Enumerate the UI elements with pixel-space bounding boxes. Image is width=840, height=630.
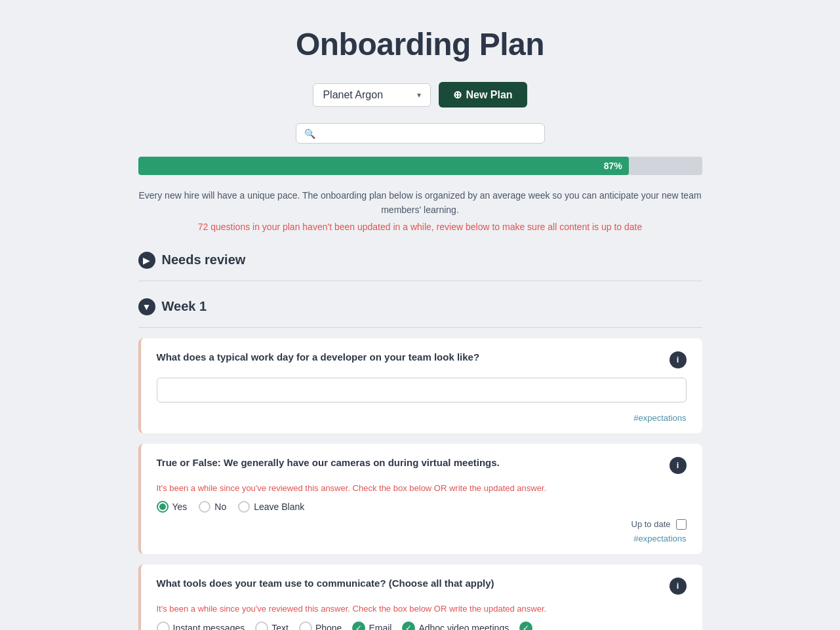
progress-bar-container: 87%: [138, 157, 702, 175]
checkbox-circle-instant-messages: [157, 621, 170, 630]
question-text-1: What does a typical work day for a devel…: [157, 351, 670, 363]
checkbox-label-text: Text: [271, 623, 289, 630]
tag-row-2: #expectations: [157, 534, 687, 543]
org-label: Planet Argon: [323, 89, 383, 101]
up-to-date-checkbox-2[interactable]: [676, 519, 687, 530]
checkbox-text[interactable]: Text: [255, 621, 289, 630]
search-container: 🔍: [296, 123, 545, 144]
new-plan-button[interactable]: ⊕ New Plan: [439, 82, 527, 108]
checkbox-circle-phone: [299, 621, 312, 630]
checkbox-email[interactable]: ✓ Email: [352, 621, 391, 630]
new-plan-label: New Plan: [466, 89, 512, 101]
plus-icon: ⊕: [453, 89, 462, 101]
radio-label-yes: Yes: [172, 502, 188, 512]
org-dropdown[interactable]: Planet Argon ▾: [313, 83, 431, 107]
checkbox-phone[interactable]: Phone: [299, 621, 342, 630]
tag-2: #expectations: [633, 534, 686, 543]
checkbox-label-instant-messages: Instant messages: [173, 623, 245, 630]
question-header-2: True or False: We generally have our cam…: [157, 457, 687, 474]
question-card-3: What tools does your team use to communi…: [138, 564, 702, 630]
section-divider-1: [138, 281, 702, 281]
checkbox-label-email: Email: [369, 623, 391, 630]
tag-1: #expectations: [633, 413, 686, 423]
checkbox-group-3: Instant messages Text Phone ✓ Email ✓ Ad…: [157, 621, 687, 630]
question-card-2: True or False: We generally have our cam…: [138, 444, 702, 554]
search-input[interactable]: [321, 128, 536, 139]
description-block: Every new hire will have a unique pace. …: [138, 188, 702, 232]
section-week1[interactable]: ▼ Week 1: [138, 292, 702, 322]
controls-row: Planet Argon ▾ ⊕ New Plan: [138, 82, 702, 108]
radio-label-no: No: [214, 502, 226, 512]
search-icon: 🔍: [304, 128, 315, 139]
checkbox-label-adhoc-video: Adhoc video meetings: [418, 623, 509, 630]
question-header-3: What tools does your team use to communi…: [157, 578, 687, 595]
description-text: Every new hire will have a unique pace. …: [138, 188, 702, 218]
tag-row-1: #expectations: [157, 413, 687, 423]
checkbox-ticketing[interactable]: ✓: [519, 621, 532, 630]
checkbox-instant-messages[interactable]: Instant messages: [157, 621, 245, 630]
section-divider-2: [138, 327, 702, 328]
checkbox-circle-adhoc-video: ✓: [402, 621, 415, 630]
section-collapse-icon-week1: ▼: [138, 298, 155, 315]
question-card-1: What does a typical work day for a devel…: [138, 338, 702, 433]
radio-circle-yes: [157, 501, 169, 513]
question-header-1: What does a typical work day for a devel…: [157, 351, 687, 368]
up-to-date-row-2: Up to date: [157, 519, 687, 530]
section-collapse-icon-needs-review: ▶: [138, 252, 155, 269]
question-text-3: What tools does your team use to communi…: [157, 578, 670, 589]
radio-circle-leave-blank: [238, 501, 250, 513]
info-icon-2[interactable]: i: [670, 457, 687, 474]
up-to-date-label-2: Up to date: [631, 519, 671, 529]
stale-warning-3: It's been a while since you've reviewed …: [157, 604, 687, 614]
section-title-week1: Week 1: [162, 299, 207, 314]
checkbox-label-phone: Phone: [315, 623, 342, 630]
radio-yes[interactable]: Yes: [157, 501, 188, 513]
warning-text: 72 questions in your plan haven't been u…: [138, 222, 702, 232]
chevron-down-icon: ▾: [417, 90, 421, 100]
radio-leave-blank[interactable]: Leave Blank: [238, 501, 304, 513]
info-icon-3[interactable]: i: [670, 578, 687, 595]
page-title: Onboarding Plan: [138, 26, 702, 62]
section-needs-review[interactable]: ▶ Needs review: [138, 245, 702, 275]
checkbox-circle-email: ✓: [352, 621, 365, 630]
checkbox-circle-text: [255, 621, 268, 630]
radio-group-2: Yes No Leave Blank: [157, 501, 687, 513]
info-icon-1[interactable]: i: [670, 351, 687, 368]
progress-bar-fill: 87%: [138, 157, 629, 175]
radio-circle-no: [199, 501, 210, 513]
checkbox-adhoc-video[interactable]: ✓ Adhoc video meetings: [402, 621, 509, 630]
question-text-2: True or False: We generally have our cam…: [157, 457, 670, 468]
radio-no[interactable]: No: [199, 501, 226, 513]
section-title-needs-review: Needs review: [162, 252, 246, 267]
checkbox-circle-ticketing: ✓: [519, 621, 532, 630]
text-answer-input-1[interactable]: [157, 378, 687, 403]
search-row: 🔍: [138, 123, 702, 144]
progress-label: 87%: [604, 161, 622, 171]
stale-warning-2: It's been a while since you've reviewed …: [157, 483, 687, 493]
radio-label-leave-blank: Leave Blank: [254, 502, 304, 512]
